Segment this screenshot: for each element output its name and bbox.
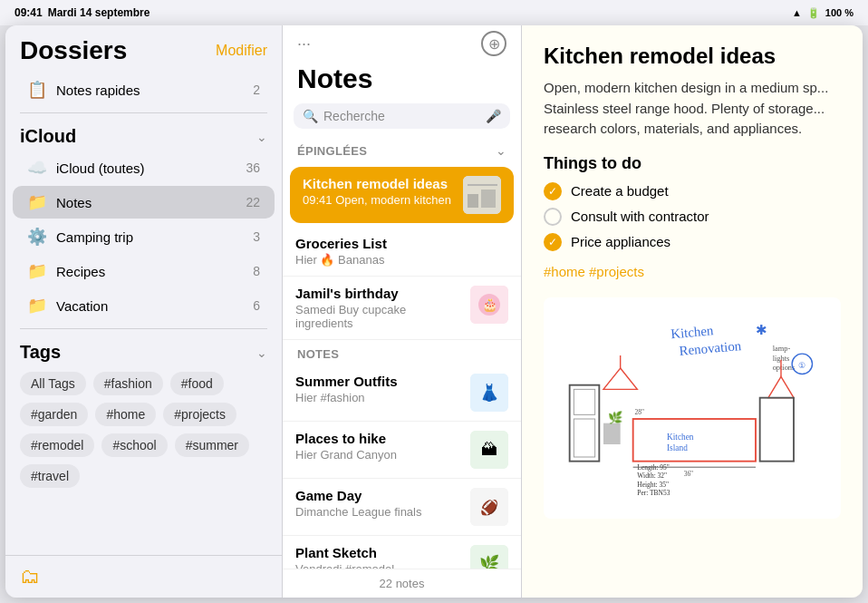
note-item-plant-sketch[interactable]: Plant Sketch Vendredi #remodel 🌿 (283, 536, 521, 569)
note-item-groceries[interactable]: Groceries List Hier 🔥 Bananas (283, 227, 521, 277)
search-bar: 🔍 Recherche 🎤 (294, 103, 510, 129)
camping-folder-count: 3 (253, 229, 260, 244)
mic-icon[interactable]: 🎤 (486, 109, 501, 123)
search-icon: 🔍 (303, 109, 318, 123)
quick-notes-label: Notes rapides (56, 83, 244, 98)
tag-remodel[interactable]: #remodel (20, 433, 94, 457)
note-hike-meta: Hier Grand Canyon (295, 448, 461, 462)
note-item-game-day[interactable]: Game Day Dimanche League finals 🏈 (283, 479, 521, 536)
note-groceries-text: Groceries List Hier 🔥 Bananas (295, 236, 508, 267)
tag-school[interactable]: #school (101, 433, 167, 457)
notes-folder-icon: 📁 (27, 192, 47, 212)
todo-check-contractor[interactable] (544, 208, 562, 226)
note-summer-text: Summer Outfits Hier #fashion (295, 374, 461, 404)
note-plant-text: Plant Sketch Vendredi #remodel (295, 545, 461, 569)
tag-home[interactable]: #home (95, 403, 156, 426)
folder-item-camping[interactable]: ⚙️ Camping trip 3 (13, 220, 275, 253)
recipes-folder-icon: 📁 (27, 261, 47, 281)
folders-panel: Dossiers Modifier 📋 Notes rapides 2 iClo… (5, 25, 282, 598)
folder-item-quick-notes[interactable]: 📋 Notes rapides 2 (13, 73, 275, 106)
status-bar: 09:41 Mardi 14 septembre ▲ 🔋 100 % (0, 0, 868, 25)
tag-travel[interactable]: #travel (20, 464, 80, 488)
notes-folder-count: 22 (246, 195, 260, 209)
folders-bottom: 🗂 (5, 555, 282, 598)
note-kitchen-title: Kitchen remodel ideas (303, 176, 454, 191)
svg-text:Width: 32": Width: 32" (637, 472, 667, 480)
todo-check-appliances[interactable]: ✓ (544, 233, 562, 251)
note-kitchen-meta: 09:41 Open, modern kitchen (303, 193, 454, 207)
svg-text:🌿: 🌿 (608, 409, 623, 424)
add-note-button[interactable]: ⊕ (481, 31, 506, 56)
folder-item-notes[interactable]: 📁 Notes 22 (13, 186, 275, 219)
svg-text:36": 36" (684, 469, 694, 477)
folder-item-icloud-all[interactable]: ☁️ iCloud (toutes) 36 (13, 151, 275, 184)
note-hike-thumb: 🏔 (470, 431, 508, 469)
more-button[interactable]: ··· (297, 34, 311, 53)
note-item-jamil[interactable]: Jamil's birthday Samedi Buy cupcake ingr… (283, 277, 521, 340)
folders-title: Dossiers (20, 36, 127, 65)
tags-title-row: Tags ⌄ (20, 342, 267, 363)
note-game-text: Game Day Dimanche League finals (295, 488, 461, 519)
divider-2 (20, 328, 267, 329)
quick-notes-icon: 📋 (27, 80, 47, 100)
icloud-all-icon: ☁️ (27, 158, 47, 178)
tags-section: Tags ⌄ All Tags #fashion #food #garden #… (5, 335, 282, 495)
svg-text:lamp-: lamp- (773, 345, 791, 353)
detail-title: Kitchen remodel ideas (544, 44, 841, 69)
tag-garden[interactable]: #garden (20, 403, 88, 426)
tag-all[interactable]: All Tags (20, 372, 86, 395)
note-jamil-text: Jamil's birthday Samedi Buy cupcake ingr… (295, 286, 461, 330)
todo-text-contractor: Consult with contractor (571, 209, 709, 224)
note-hike-text: Places to hike Hier Grand Canyon (295, 431, 461, 462)
note-item-summer-outfits[interactable]: Summer Outfits Hier #fashion 👗 (283, 365, 521, 422)
notes-folder-label: Notes (56, 195, 236, 210)
tag-food[interactable]: #food (170, 372, 224, 395)
pinned-chevron-icon: ⌄ (496, 143, 506, 158)
status-bar-right: ▲ 🔋 100 % (792, 7, 854, 19)
todo-item-budget: ✓ Create a budget (544, 182, 841, 200)
note-item-places-hike[interactable]: Places to hike Hier Grand Canyon 🏔 (283, 422, 521, 479)
notes-scroll: Kitchen remodel ideas 09:41 Open, modern… (283, 163, 521, 569)
note-game-meta: Dimanche League finals (295, 505, 461, 519)
sketch-area: Kitchen Renovation ✱ lamp- lights option… (544, 297, 841, 519)
folder-item-vacation[interactable]: 📁 Vacation 6 (13, 289, 275, 322)
note-game-title: Game Day (295, 488, 461, 503)
note-groceries-meta: Hier 🔥 Bananas (295, 253, 508, 267)
status-bar-left: 09:41 Mardi 14 septembre (14, 6, 149, 19)
todo-text-budget: Create a budget (571, 183, 669, 199)
svg-text:🎂: 🎂 (482, 297, 498, 313)
new-folder-icon[interactable]: 🗂 (20, 565, 40, 588)
svg-text:①: ① (798, 361, 805, 370)
todo-check-budget[interactable]: ✓ (544, 182, 562, 200)
icloud-label: iCloud (20, 126, 76, 147)
svg-text:🏈: 🏈 (480, 499, 498, 516)
svg-text:👗: 👗 (479, 383, 500, 403)
icloud-all-count: 36 (246, 160, 260, 175)
search-input[interactable]: Recherche (323, 109, 480, 123)
note-item-kitchen[interactable]: Kitchen remodel ideas 09:41 Open, modern… (290, 167, 514, 223)
svg-text:✱: ✱ (756, 321, 767, 336)
notes-list-panel: ··· ⊕ Notes 🔍 Recherche 🎤 Épinglées ⌄ Ki… (282, 25, 522, 598)
note-plant-meta: Vendredi #remodel (295, 562, 461, 569)
tag-fashion[interactable]: #fashion (93, 372, 163, 395)
folder-item-recipes[interactable]: 📁 Recipes 8 (13, 255, 275, 287)
tag-summer[interactable]: #summer (175, 433, 249, 457)
svg-text:🌿: 🌿 (479, 554, 500, 569)
notes-section-label: Notes (283, 340, 521, 365)
note-summer-thumb: 👗 (470, 374, 508, 412)
modifier-button[interactable]: Modifier (216, 43, 267, 59)
notes-count: 22 notes (283, 569, 521, 598)
todo-text-appliances: Price appliances (571, 234, 670, 249)
vacation-folder-count: 6 (253, 298, 260, 313)
vacation-folder-label: Vacation (56, 298, 244, 314)
tags-chevron-icon: ⌄ (256, 345, 267, 360)
note-detail-panel: Kitchen remodel ideas Open, modern kitch… (522, 25, 863, 598)
tag-projects[interactable]: #projects (163, 403, 236, 426)
icloud-chevron-icon: ⌄ (256, 130, 267, 144)
note-jamil-title: Jamil's birthday (295, 286, 461, 301)
note-summer-title: Summer Outfits (295, 374, 461, 389)
battery-level: 100 % (825, 7, 854, 18)
status-time: 09:41 (14, 6, 43, 19)
battery-icon: 🔋 (807, 7, 820, 19)
svg-text:Height: 35": Height: 35" (637, 480, 669, 488)
